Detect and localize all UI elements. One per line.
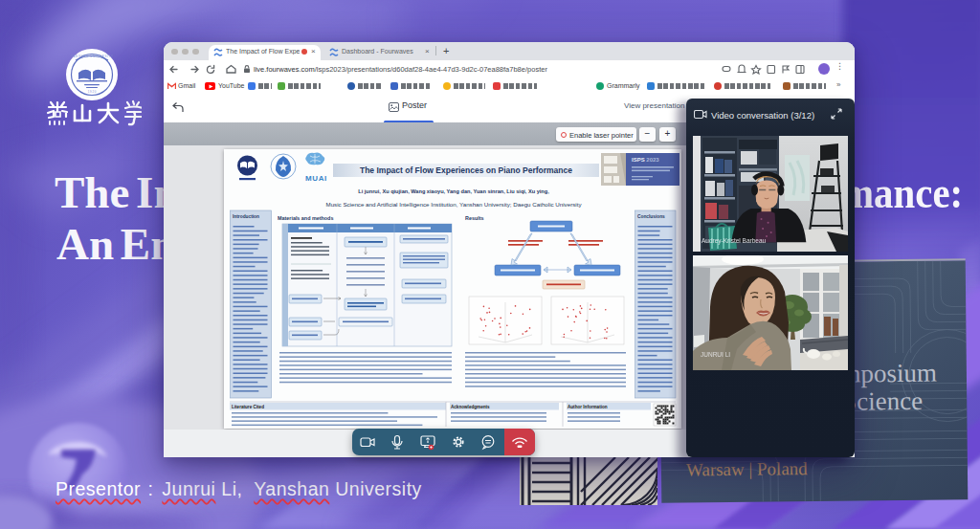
svg-text:Results: Results xyxy=(465,215,483,221)
svg-text:The Impact of Flow Experiences: The Impact of Flow Experiences on Piano … xyxy=(360,165,572,175)
svg-text:Li junrui, Xu qiujian, Wang xi: Li junrui, Xu qiujian, Wang xiaoyu, Yang… xyxy=(358,188,549,194)
svg-text:Acknowledgments: Acknowledgments xyxy=(451,405,490,409)
svg-text:Literature Cited: Literature Cited xyxy=(232,405,264,409)
svg-text:1 9 2 0: 1 9 2 0 xyxy=(88,90,97,94)
svg-text:MUAI: MUAI xyxy=(305,174,327,183)
svg-text:JUNRUI LI: JUNRUI LI xyxy=(701,351,730,358)
svg-text:Conclusions: Conclusions xyxy=(637,214,665,219)
svg-text:nposium: nposium xyxy=(848,359,937,388)
svg-text:Warsaw | Poland: Warsaw | Poland xyxy=(686,458,809,479)
svg-text:Introduction: Introduction xyxy=(233,214,259,219)
svg-text:Y A N S H A N · U N I V E R S: Y A N S H A N · U N I V E R S I T Y xyxy=(71,55,113,58)
svg-text:Materials and methods: Materials and methods xyxy=(278,215,333,221)
svg-text:Audrey-Kristel Barbeau: Audrey-Kristel Barbeau xyxy=(702,237,767,245)
svg-text:ISPS 2023: ISPS 2023 xyxy=(632,157,659,163)
svg-text:Author Information: Author Information xyxy=(568,405,608,409)
svg-text:Music Science and Artificial I: Music Science and Artificial Intelligenc… xyxy=(326,201,583,208)
